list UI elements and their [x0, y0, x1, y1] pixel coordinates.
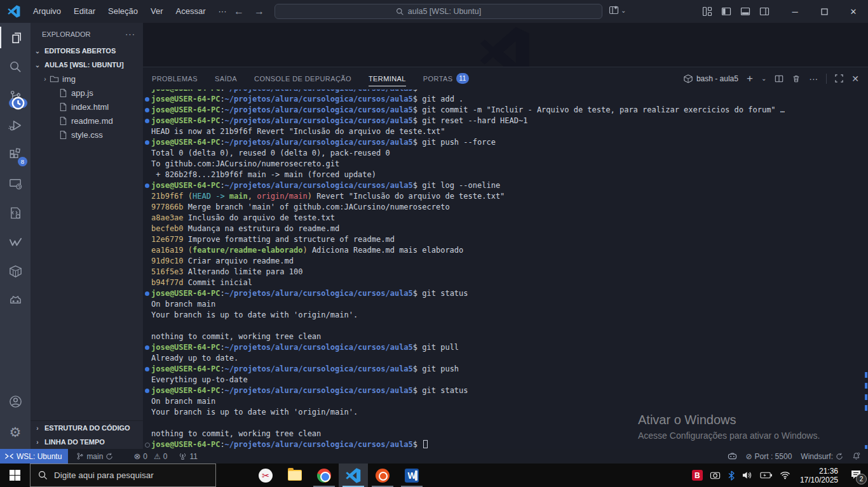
maximize-button[interactable] — [810, 0, 839, 23]
command-decoration-icon[interactable] — [143, 180, 151, 191]
taskbar-word-icon[interactable]: W — [397, 464, 426, 487]
command-decoration-icon[interactable] — [143, 94, 151, 105]
terminal-line: 977866b Merge branch 'main' of github.co… — [143, 202, 868, 213]
menu-item-3[interactable]: Ver — [144, 3, 170, 20]
decoration-spacer — [143, 375, 151, 385]
live-preview-icon[interactable] — [0, 198, 31, 227]
taskbar-ubuntu-icon[interactable] — [368, 464, 397, 487]
decoration-spacer — [143, 213, 151, 223]
terminal-icon — [684, 74, 693, 83]
tray-battery-icon[interactable] — [760, 471, 773, 479]
taskbar-search-input[interactable]: Digite aqui para pesquisar — [30, 464, 216, 487]
settings-gear-icon[interactable]: ⚙ — [0, 416, 31, 449]
more-actions-icon[interactable]: ··· — [125, 29, 135, 39]
panel-tab-2[interactable]: CONSOLE DE DEPURAÇÃO — [254, 67, 351, 90]
toggle-panel-icon[interactable] — [740, 6, 750, 17]
godot-tools-icon[interactable] — [0, 286, 31, 315]
customize-layout-icon[interactable] — [609, 5, 619, 15]
command-decoration-icon[interactable] — [143, 116, 151, 126]
panel-tab-0[interactable]: PROBLEMAS — [152, 67, 198, 90]
tree-item-readme.md[interactable]: readme.md — [31, 114, 143, 128]
tree-item-app.js[interactable]: app.js — [31, 86, 143, 100]
windsurf-icon[interactable] — [0, 227, 31, 257]
terminal[interactable]: jose@USER-64-PC:~/projetos/alura/cursolo… — [143, 90, 868, 449]
taskbar-file-explorer-icon[interactable] — [280, 464, 309, 487]
command-decoration-icon[interactable] — [143, 105, 151, 116]
branch-indicator[interactable]: main — [72, 449, 118, 464]
sync-icon — [105, 453, 113, 460]
back-button[interactable]: ← — [234, 6, 244, 17]
terminal-session-tab[interactable]: bash - aula5 — [684, 74, 738, 83]
command-decoration-icon[interactable] — [143, 385, 151, 396]
notification-center-icon[interactable]: 2 — [850, 469, 862, 482]
close-panel-icon[interactable]: ✕ — [851, 74, 859, 84]
command-decoration-icon[interactable] — [143, 364, 151, 375]
maximize-panel-icon[interactable] — [835, 74, 843, 83]
close-button[interactable]: ✕ — [839, 0, 868, 23]
remote-explorer-icon[interactable] — [0, 169, 31, 198]
panel-tab-3[interactable]: TERMINAL — [369, 67, 406, 90]
ports-indicator[interactable]: 11 — [174, 449, 201, 464]
command-decoration-icon[interactable] — [143, 137, 151, 148]
menu-item-5[interactable]: ··· — [212, 3, 233, 20]
explorer-icon[interactable] — [0, 23, 31, 52]
panel-tab-4[interactable]: PORTAS11 — [423, 67, 469, 90]
open-editors-section[interactable]: ⌄ EDITORES ABERTOS — [31, 44, 143, 58]
remote-indicator[interactable]: WSL: Ubuntu — [0, 449, 68, 464]
panel-more-icon[interactable]: ··· — [809, 74, 818, 84]
command-decoration-icon[interactable] — [143, 342, 151, 353]
toggle-secondary-sidebar-icon[interactable] — [759, 6, 770, 17]
timeline-section[interactable]: › LINHA DO TEMPO — [31, 435, 143, 449]
source-control-icon[interactable] — [0, 81, 31, 110]
port-indicator[interactable]: ⊘ Port : 5500 — [742, 449, 797, 464]
activity-bar: 8 ⚙ — [0, 23, 31, 449]
tree-item-style.css[interactable]: style.css — [31, 128, 143, 142]
command-decoration-icon[interactable] — [143, 288, 151, 299]
copilot-indicator[interactable] — [723, 449, 742, 464]
tray-wifi-icon[interactable] — [780, 471, 790, 479]
menu-item-2[interactable]: Seleção — [102, 3, 144, 20]
toggle-primary-sidebar-icon[interactable] — [721, 6, 731, 17]
terminal-dropdown-icon[interactable]: ⌄ — [761, 75, 766, 82]
terminal-line: Everything up-to-date — [143, 375, 868, 385]
menu-item-4[interactable]: Acessar — [170, 3, 212, 20]
split-terminal-icon[interactable] — [775, 74, 783, 83]
container-tools-icon[interactable] — [0, 257, 31, 286]
tray-clock[interactable]: 21:36 17/10/2025 — [800, 467, 838, 484]
forward-button[interactable]: → — [254, 6, 264, 17]
tray-volume-icon[interactable] — [742, 470, 753, 480]
command-center-search[interactable]: aula5 [WSL: Ubuntu] — [275, 4, 602, 19]
decoration-spacer — [143, 396, 151, 407]
taskbar-snipping-tool-icon[interactable]: ✂ — [251, 464, 280, 487]
taskbar-chrome-icon[interactable] — [309, 464, 339, 487]
menu-item-1[interactable]: Editar — [67, 3, 102, 20]
decoration-spacer — [143, 429, 151, 439]
toggle-editor-grid-icon[interactable] — [702, 6, 712, 17]
start-button[interactable] — [0, 464, 30, 487]
taskbar-vscode-icon[interactable] — [339, 464, 368, 487]
minimize-button[interactable]: ─ — [780, 0, 810, 23]
decoration-spacer — [143, 148, 151, 159]
new-terminal-icon[interactable]: + — [747, 72, 753, 85]
tree-item-index.html[interactable]: index.html — [31, 100, 143, 114]
extensions-icon[interactable]: 8 — [0, 140, 31, 169]
menu-item-0[interactable]: Arquivo — [27, 3, 67, 20]
chevron-down-icon[interactable]: ⌄ — [621, 7, 626, 14]
tree-item-img[interactable]: ›img — [31, 72, 143, 86]
decoration-spacer — [143, 126, 151, 137]
run-and-debug-icon[interactable] — [0, 110, 31, 140]
panel-tab-1[interactable]: SAÍDA — [215, 67, 237, 90]
accounts-icon[interactable] — [0, 387, 31, 416]
tray-bluetooth-icon[interactable] — [728, 470, 735, 481]
command-decoration-icon[interactable] — [143, 439, 151, 449]
workspace-section[interactable]: ⌄ AULA5 [WSL: UBUNTU] — [31, 58, 143, 72]
outline-section[interactable]: › ESTRUTURA DO CÓDIGO — [31, 421, 143, 435]
problems-indicator[interactable]: ⊗ 0 ⚠ 0 — [129, 449, 172, 464]
tray-camera-icon[interactable] — [710, 470, 721, 480]
tray-antivirus-icon[interactable]: B — [692, 470, 703, 481]
windsurf-status[interactable]: Windsurf: — [796, 449, 848, 464]
terminal-line: jose@USER-64-PC:~/projetos/alura/cursolo… — [143, 90, 868, 94]
kill-terminal-icon[interactable] — [792, 74, 801, 83]
search-icon[interactable] — [0, 52, 31, 81]
notifications-bell-icon[interactable] — [848, 449, 868, 464]
